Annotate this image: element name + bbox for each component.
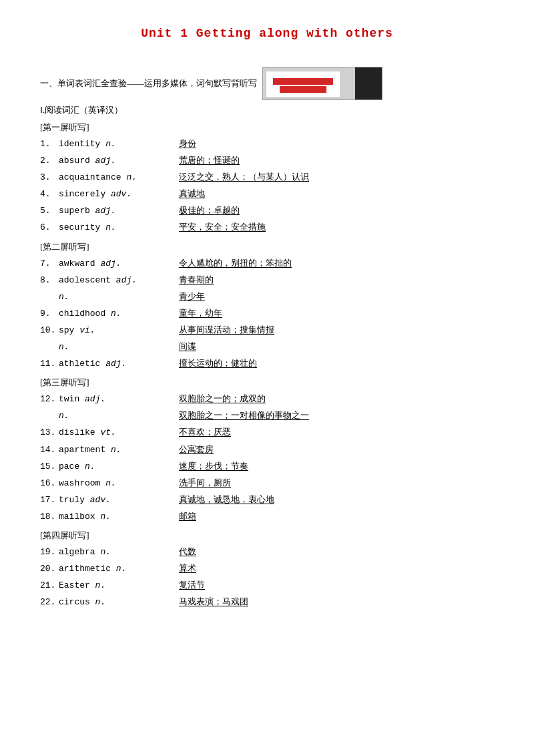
- vocab-item: 18.mailbox n.邮箱: [40, 509, 494, 524]
- vocab-item: 14.apartment n.公寓套房: [40, 442, 494, 457]
- vocab-word: pace n.: [59, 459, 179, 474]
- vocab-meaning: 算术: [179, 561, 196, 576]
- vocab-sub-item: n.间谍: [40, 339, 494, 355]
- vocab-item: 2.absurd adj.荒唐的；怪诞的: [40, 153, 494, 168]
- vocab-meaning: 身份: [179, 136, 196, 151]
- vocab-word: adolescent adj.: [59, 273, 179, 288]
- vocab-meaning: 复活节: [179, 578, 205, 592]
- vocab-num: 14.: [40, 443, 59, 457]
- vocab-item: 3.acquaintance n.泛泛之交，熟人；（与某人）认识: [40, 170, 494, 185]
- vocab-word: childhood n.: [59, 307, 179, 321]
- vocab-num: 18.: [40, 510, 59, 524]
- vocab-sub-word: n.: [59, 409, 179, 423]
- vocab-word: absurd adj.: [59, 154, 179, 168]
- vocab-item: 10.spy vi.从事间谍活动；搜集情报: [40, 323, 494, 338]
- vocab-list: 1.identity n.身份2.absurd adj.荒唐的；怪诞的3.acq…: [40, 136, 494, 236]
- vocab-list: 7.awkward adj.令人尴尬的，别扭的；笨拙的8.adolescent …: [40, 256, 494, 372]
- vocab-meaning: 荒唐的；怪诞的: [179, 153, 240, 168]
- vocab-meaning: 极佳的；卓越的: [179, 203, 240, 218]
- vocab-item: 4.sincerely adv.真诚地: [40, 186, 494, 202]
- vocab-sub-meaning: 双胞胎之一；一对相像的事物之一: [179, 408, 309, 423]
- vocab-meaning: 不喜欢；厌恶: [179, 425, 231, 439]
- listen-section-label: [第一屏听写]: [40, 122, 494, 134]
- vocab-word: sincerely adv.: [59, 187, 179, 202]
- vocab-sub-word: n.: [59, 340, 179, 355]
- vocab-item: 6.security n.平安，安全；安全措施: [40, 220, 494, 235]
- media-dark-box: [355, 67, 382, 100]
- vocab-item: 9.childhood n.童年，幼年: [40, 306, 494, 321]
- vocab-meaning: 童年，幼年: [179, 306, 222, 321]
- vocab-item: 7.awkward adj.令人尴尬的，别扭的；笨拙的: [40, 256, 494, 271]
- vocab-num: 12.: [40, 392, 59, 407]
- vocab-word: washroom n.: [59, 476, 179, 491]
- vocab-word: Easter n.: [59, 578, 179, 593]
- media-box: [262, 67, 382, 100]
- vocab-item: 21.Easter n.复活节: [40, 578, 494, 593]
- vocab-num: 21.: [40, 578, 59, 593]
- vocab-num: 16.: [40, 476, 59, 491]
- vocab-word: acquaintance n.: [59, 170, 179, 185]
- vocab-word: spy vi.: [59, 323, 179, 338]
- vocab-item: 16.washroom n.洗手间，厕所: [40, 476, 494, 491]
- vocab-word: circus n.: [59, 595, 179, 610]
- section-header: 一、单词表词汇全查验——运用多媒体，词句默写背听写: [40, 67, 494, 100]
- vocab-word: apartment n.: [59, 443, 179, 457]
- section-header-text: 一、单词表词汇全查验——运用多媒体，词句默写背听写: [40, 77, 257, 89]
- vocab-sub-meaning: 青少年: [179, 289, 205, 304]
- vocab-num: 4.: [40, 187, 59, 202]
- vocab-word: mailbox n.: [59, 510, 179, 524]
- vocab-word: security n.: [59, 220, 179, 235]
- vocab-item: 20.arithmetic n.算术: [40, 561, 494, 576]
- vocab-item: 13.dislike vt.不喜欢；厌恶: [40, 425, 494, 440]
- vocab-num: 2.: [40, 154, 59, 168]
- vocab-meaning: 真诚地，诚恳地，衷心地: [179, 492, 274, 507]
- vocab-sub-meaning: 间谍: [179, 339, 196, 354]
- vocab-num: 8.: [40, 273, 59, 288]
- vocab-word: arithmetic n.: [59, 562, 179, 576]
- vocab-word: algebra n.: [59, 545, 179, 560]
- vocab-word: athletic adj.: [59, 357, 179, 371]
- page-title: Unit 1 Getting along with others: [40, 27, 494, 40]
- sub-section-label: Ⅰ.阅读词汇（英译汉）: [40, 104, 494, 116]
- vocab-num: 17.: [40, 493, 59, 508]
- vocab-num: 15.: [40, 459, 59, 474]
- vocab-sub-item: n.双胞胎之一；一对相像的事物之一: [40, 408, 494, 423]
- vocab-meaning: 泛泛之交，熟人；（与某人）认识: [179, 170, 309, 184]
- vocab-meaning: 邮箱: [179, 509, 196, 524]
- vocab-word: truly adv.: [59, 493, 179, 508]
- vocab-item: 19.algebra n.代数: [40, 544, 494, 560]
- vocab-sub-item: n.青少年: [40, 289, 494, 305]
- vocab-item: 11.athletic adj.擅长运动的；健壮的: [40, 356, 494, 371]
- vocab-word: awkward adj.: [59, 256, 179, 271]
- vocab-word: dislike vt.: [59, 425, 179, 440]
- vocab-num: 7.: [40, 256, 59, 271]
- vocab-meaning: 代数: [179, 544, 196, 559]
- media-placeholder: [262, 67, 382, 100]
- vocab-sub-word: n.: [59, 290, 179, 305]
- vocab-meaning: 从事间谍活动；搜集情报: [179, 323, 274, 337]
- vocab-num: 1.: [40, 137, 59, 152]
- vocab-item: 1.identity n.身份: [40, 136, 494, 152]
- vocab-num: 10.: [40, 323, 59, 338]
- vocab-num: 20.: [40, 562, 59, 576]
- vocab-num: 5.: [40, 204, 59, 218]
- vocab-word: identity n.: [59, 137, 179, 152]
- vocab-num: 22.: [40, 595, 59, 610]
- vocab-word: superb adj.: [59, 204, 179, 218]
- vocab-list: 12.twin adj.双胞胎之一的；成双的n.双胞胎之一；一对相像的事物之一1…: [40, 391, 494, 524]
- vocab-meaning: 青春期的: [179, 272, 214, 287]
- vocab-meaning: 擅长运动的；健壮的: [179, 356, 257, 371]
- vocab-item: 15.pace n.速度；步伐；节奏: [40, 459, 494, 474]
- vocab-container: [第一屏听写]1.identity n.身份2.absurd adj.荒唐的；怪…: [40, 122, 494, 610]
- vocab-num: 13.: [40, 425, 59, 440]
- listen-section-label: [第四屏听写]: [40, 530, 494, 542]
- vocab-meaning: 真诚地: [179, 186, 205, 201]
- vocab-meaning: 双胞胎之一的；成双的: [179, 391, 266, 406]
- vocab-word: twin adj.: [59, 392, 179, 407]
- vocab-num: 19.: [40, 545, 59, 560]
- vocab-meaning: 公寓套房: [179, 442, 214, 457]
- vocab-item: 22.circus n.马戏表演；马戏团: [40, 594, 494, 610]
- vocab-list: 19.algebra n.代数20.arithmetic n.算术21.East…: [40, 544, 494, 610]
- vocab-num: 3.: [40, 170, 59, 185]
- listen-section-label: [第二屏听写]: [40, 241, 494, 253]
